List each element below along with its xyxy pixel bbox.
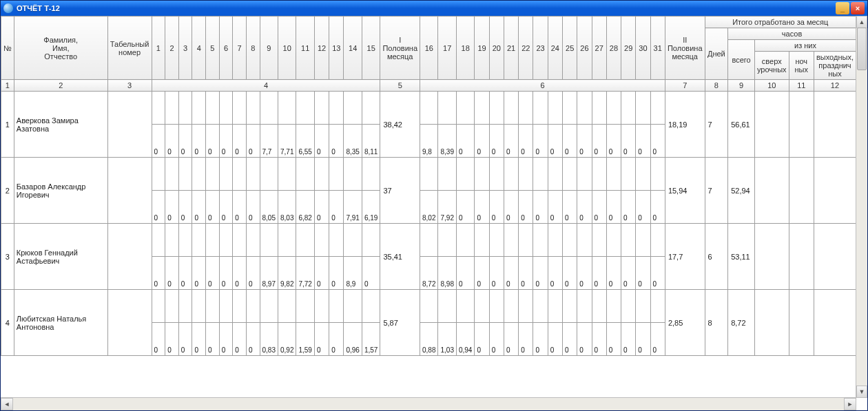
day-cell[interactable]: 0 <box>246 125 260 158</box>
day-cell[interactable]: 0 <box>577 257 592 290</box>
day-cell[interactable]: 9,8 <box>420 125 438 158</box>
day-cell[interactable]: 0 <box>329 191 344 224</box>
day-cell[interactable]: 0 <box>504 125 518 158</box>
day-cell-top[interactable] <box>577 224 592 257</box>
day-cell[interactable]: 0 <box>206 323 220 356</box>
day-cell[interactable]: 0 <box>563 125 577 158</box>
day-cell-top[interactable] <box>456 224 474 257</box>
day-cell[interactable]: 0 <box>233 323 247 356</box>
day-cell[interactable]: 0 <box>246 323 260 356</box>
day-cell[interactable]: 0 <box>314 191 329 224</box>
day-cell-top[interactable] <box>314 158 329 191</box>
day-cell-top[interactable] <box>519 92 533 125</box>
day-cell[interactable]: 0 <box>489 323 504 356</box>
day-cell[interactable]: 8,98 <box>438 257 456 290</box>
day-cell-top[interactable] <box>192 92 206 125</box>
day-cell[interactable]: 8,72 <box>420 257 438 290</box>
day-cell-top[interactable] <box>548 224 562 257</box>
day-cell[interactable]: 0 <box>329 125 344 158</box>
day-cell[interactable]: 7,71 <box>278 125 296 158</box>
day-cell[interactable]: 0 <box>606 191 621 224</box>
day-cell-top[interactable] <box>296 92 314 125</box>
day-cell[interactable]: 7,91 <box>344 191 362 224</box>
day-cell[interactable]: 0 <box>246 191 260 224</box>
day-cell[interactable]: 0 <box>456 191 474 224</box>
day-cell[interactable]: 0 <box>192 257 206 290</box>
day-cell-top[interactable] <box>592 92 606 125</box>
day-cell[interactable]: 0 <box>362 257 380 290</box>
table-row[interactable]: 4Любитская Наталья Антоновна5,872,8588,7… <box>1 290 856 323</box>
day-cell-top[interactable] <box>438 92 456 125</box>
day-cell-top[interactable] <box>278 224 296 257</box>
day-cell-top[interactable] <box>246 158 260 191</box>
day-cell-top[interactable] <box>219 224 233 257</box>
day-cell-top[interactable] <box>192 158 206 191</box>
day-cell-top[interactable] <box>438 290 456 323</box>
day-cell[interactable]: 0 <box>577 125 592 158</box>
day-cell[interactable]: 0 <box>178 257 192 290</box>
day-cell-top[interactable] <box>636 158 650 191</box>
day-cell-top[interactable] <box>152 290 165 323</box>
day-cell[interactable]: 0 <box>165 191 179 224</box>
day-cell-top[interactable] <box>178 224 192 257</box>
table-row[interactable]: 3Крюков Геннадий Астафьевич35,4117,7653,… <box>1 224 856 257</box>
vertical-scrollbar[interactable]: ▲ ▼ <box>856 16 867 398</box>
day-cell[interactable]: 0 <box>636 125 650 158</box>
day-cell-top[interactable] <box>533 158 548 191</box>
scroll-up-button[interactable]: ▲ <box>856 16 867 28</box>
day-cell-top[interactable] <box>314 290 329 323</box>
report-grid[interactable]: № Фамилия, Имя, Отчество Табельный номер… <box>1 16 856 398</box>
day-cell-top[interactable] <box>178 158 192 191</box>
day-cell-top[interactable] <box>233 290 247 323</box>
day-cell-top[interactable] <box>606 92 621 125</box>
day-cell[interactable]: 0 <box>489 257 504 290</box>
day-cell[interactable]: 0 <box>621 257 636 290</box>
day-cell-top[interactable] <box>206 158 220 191</box>
day-cell-top[interactable] <box>192 224 206 257</box>
day-cell-top[interactable] <box>563 92 577 125</box>
day-cell-top[interactable] <box>314 224 329 257</box>
day-cell[interactable]: 0 <box>519 125 533 158</box>
day-cell-top[interactable] <box>504 92 518 125</box>
day-cell[interactable]: 0 <box>606 257 621 290</box>
day-cell-top[interactable] <box>420 224 438 257</box>
day-cell-top[interactable] <box>489 158 504 191</box>
day-cell-top[interactable] <box>362 158 380 191</box>
day-cell-top[interactable] <box>344 92 362 125</box>
day-cell-top[interactable] <box>420 92 438 125</box>
day-cell[interactable]: 0 <box>475 257 489 290</box>
day-cell-top[interactable] <box>621 224 636 257</box>
day-cell[interactable]: 0 <box>504 257 518 290</box>
day-cell-top[interactable] <box>296 158 314 191</box>
day-cell[interactable]: 9,82 <box>278 257 296 290</box>
day-cell-top[interactable] <box>563 158 577 191</box>
scroll-thumb[interactable] <box>857 28 867 70</box>
day-cell-top[interactable] <box>489 290 504 323</box>
day-cell-top[interactable] <box>192 290 206 323</box>
day-cell-top[interactable] <box>475 158 489 191</box>
day-cell[interactable]: 0 <box>192 125 206 158</box>
day-cell-top[interactable] <box>519 290 533 323</box>
day-cell[interactable]: 8,97 <box>260 257 278 290</box>
day-cell[interactable]: 0 <box>621 323 636 356</box>
day-cell-top[interactable] <box>533 224 548 257</box>
day-cell-top[interactable] <box>152 92 165 125</box>
day-cell[interactable]: 0 <box>192 323 206 356</box>
day-cell-top[interactable] <box>296 224 314 257</box>
day-cell[interactable]: 0 <box>152 191 165 224</box>
day-cell[interactable]: 0 <box>533 257 548 290</box>
day-cell[interactable]: 0 <box>533 125 548 158</box>
day-cell-top[interactable] <box>219 290 233 323</box>
day-cell-top[interactable] <box>362 224 380 257</box>
day-cell[interactable]: 0 <box>165 323 179 356</box>
day-cell[interactable]: 0 <box>206 191 220 224</box>
day-cell[interactable]: 0 <box>533 191 548 224</box>
day-cell[interactable]: 0 <box>504 323 518 356</box>
day-cell-top[interactable] <box>362 290 380 323</box>
day-cell-top[interactable] <box>278 158 296 191</box>
day-cell[interactable]: 0 <box>650 323 665 356</box>
minimize-button[interactable]: _ <box>836 2 849 14</box>
scroll-left-button[interactable]: ◄ <box>1 398 13 410</box>
day-cell[interactable]: 0 <box>456 257 474 290</box>
scroll-right-button[interactable]: ► <box>844 398 856 410</box>
